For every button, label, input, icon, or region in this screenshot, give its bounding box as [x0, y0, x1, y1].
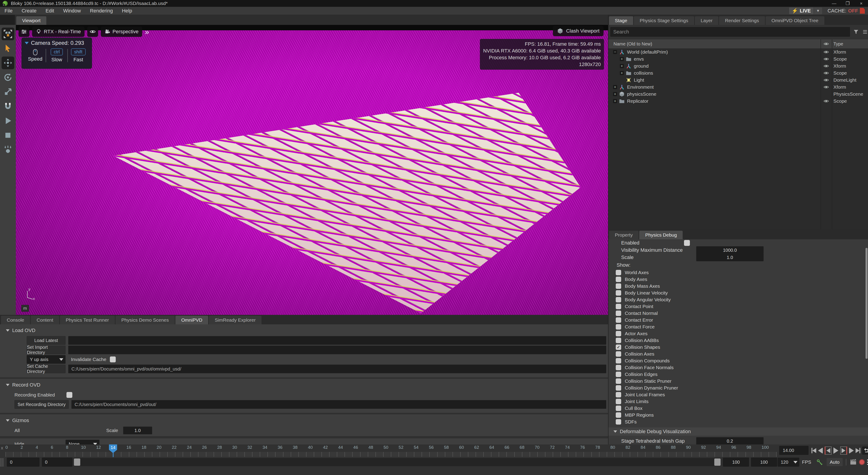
debug-option-row[interactable]: Contact Point — [616, 303, 868, 310]
set-cache-directory-button[interactable]: Set Cache Directory — [27, 365, 66, 373]
minimize-button[interactable]: — — [827, 0, 841, 7]
record-button[interactable] — [859, 459, 865, 465]
visibility-max-distance-value[interactable]: 1000.0 — [696, 246, 764, 254]
range-start-field[interactable]: 0 — [7, 457, 39, 467]
viewport-canvas[interactable]: RTX - Real-Time Perspective » Camera Spe… — [16, 25, 608, 315]
menu-item[interactable]: Create — [17, 7, 41, 15]
enabled-checkbox[interactable] — [684, 240, 690, 246]
debug-option-checkbox[interactable] — [616, 392, 621, 397]
debug-option-checkbox[interactable] — [616, 399, 621, 404]
load-ovd-header[interactable]: Load OVD — [0, 326, 608, 335]
debug-option-row[interactable]: Collision Face Normals — [616, 364, 868, 371]
previous-keyframe-button[interactable] — [825, 446, 832, 455]
debug-option-row[interactable]: Collision Shapes — [616, 344, 868, 351]
visibility-eye-icon[interactable] — [822, 49, 830, 55]
scale-tool-button[interactable] — [2, 86, 14, 98]
scrollbar-right-handle[interactable] — [714, 458, 721, 466]
tetrahedral-mesh-gap-value[interactable]: 0.2 — [696, 437, 764, 444]
load-latest-button[interactable]: Load Latest — [27, 336, 66, 345]
play-button[interactable] — [2, 115, 14, 127]
debug-option-row[interactable]: Body Axes — [616, 276, 868, 283]
debug-option-row[interactable]: MBP Regions — [616, 412, 868, 418]
toolbar-expand-chevrons-icon[interactable]: » — [145, 27, 148, 36]
menu-item[interactable]: Rendering — [86, 7, 118, 15]
debug-option-checkbox[interactable] — [616, 270, 621, 275]
stage-tree-row[interactable]: envs Scope — [609, 55, 868, 62]
debug-option-checkbox[interactable] — [616, 284, 621, 289]
expander-icon[interactable] — [613, 50, 617, 54]
menu-item[interactable]: Window — [59, 7, 85, 15]
loop-toggle-button[interactable] — [862, 446, 868, 455]
recording-enabled-checkbox[interactable] — [66, 392, 72, 398]
gizmos-all-scale-value[interactable]: 1.0 — [123, 426, 152, 434]
debug-option-row[interactable]: Joint Limits — [616, 398, 868, 405]
timeline-close-icon[interactable]: x — [1, 445, 3, 451]
debug-option-checkbox[interactable] — [616, 358, 621, 363]
clapperboard-icon[interactable] — [849, 458, 857, 466]
property-panel-tab[interactable]: Physics Debug — [639, 231, 683, 239]
visibility-eye-button[interactable] — [87, 27, 98, 37]
bottom-panel-tab[interactable]: Physics Demo Scenes — [116, 316, 175, 324]
type-column-header[interactable]: Type — [833, 41, 843, 47]
load-latest-field[interactable] — [68, 336, 606, 345]
step-back-button[interactable] — [818, 446, 823, 455]
stage-panel-tab[interactable]: Layer — [695, 16, 719, 25]
fps-dropdown[interactable]: 120 — [778, 457, 799, 467]
debug-option-checkbox[interactable] — [616, 317, 621, 323]
bottom-panel-tab[interactable]: Console — [1, 316, 30, 324]
debug-option-row[interactable]: Contact Normal — [616, 310, 868, 317]
timeline-ruler[interactable]: 0 2 4 6 8 10 12 14 16 18 20 22 — [5, 445, 777, 452]
timeline-zoom-scrollbar[interactable] — [73, 458, 721, 466]
import-directory-field[interactable] — [68, 346, 606, 354]
current-frame-field[interactable]: 14.00 — [779, 446, 809, 455]
up-axis-dropdown[interactable]: Y up axis — [27, 355, 66, 364]
debug-option-checkbox[interactable] — [616, 372, 621, 377]
search-input[interactable]: Search — [610, 27, 850, 37]
skip-to-start-button[interactable] — [811, 446, 816, 455]
stage-tree-row[interactable]: ground Xform — [609, 62, 868, 69]
debug-option-checkbox[interactable] — [616, 419, 621, 424]
debug-option-row[interactable]: Collision Compounds — [616, 357, 868, 364]
camera-selector[interactable]: Perspective — [101, 27, 142, 37]
menu-item[interactable]: Help — [117, 7, 136, 15]
debug-option-checkbox[interactable] — [616, 385, 621, 391]
step-forward-button[interactable] — [849, 446, 854, 455]
record-ovd-header[interactable]: Record OVD — [0, 381, 608, 390]
bottom-panel-tab[interactable]: SimReady Explorer — [209, 316, 261, 324]
live-dropdown-chevron-icon[interactable]: ▼ — [814, 7, 822, 14]
stage-tree-row[interactable]: Light DomeLight — [609, 77, 868, 84]
stage-panel-tab[interactable]: Physics Stage Settings — [634, 16, 694, 25]
filter-icon[interactable] — [853, 29, 859, 35]
stage-panel-tab[interactable]: Render Settings — [719, 16, 765, 25]
stage-panel-tab[interactable]: OmniPVD Object Tree — [766, 16, 825, 25]
debug-option-checkbox[interactable] — [616, 290, 621, 296]
recording-directory-field[interactable]: C:/Users/pierr/Documents/omni_pvd/out/ — [71, 400, 606, 409]
physics-drop-button[interactable] — [2, 143, 14, 156]
debug-option-row[interactable]: World Axes — [616, 269, 868, 276]
range-start-field-2[interactable]: 0 — [42, 457, 72, 467]
visibility-eye-icon[interactable] — [822, 84, 830, 90]
select-cursor-button[interactable] — [2, 42, 14, 55]
deformable-debug-header[interactable]: Deformable Debug Visualization — [609, 427, 868, 436]
stage-tree-row[interactable]: Replicator Scope — [609, 97, 868, 105]
renderer-selector[interactable]: RTX - Real-Time — [32, 27, 85, 37]
debug-option-row[interactable]: Body Mass Axes — [616, 283, 868, 290]
debug-option-row[interactable]: Collision Edges — [616, 371, 868, 378]
timeline-grip-handle[interactable] — [0, 458, 4, 467]
stage-tree-row[interactable]: Environment Xform — [609, 84, 868, 90]
render-settings-button[interactable] — [19, 27, 29, 37]
scrollbar-left-handle[interactable] — [74, 458, 80, 466]
debug-option-checkbox[interactable] — [616, 297, 621, 302]
debug-option-row[interactable]: Contact Error — [616, 317, 868, 323]
debug-option-row[interactable]: Body Angular Velocity — [616, 296, 868, 303]
visibility-eye-icon[interactable] — [822, 70, 830, 76]
visibility-eye-icon[interactable] — [822, 98, 830, 104]
expander-icon[interactable] — [613, 92, 617, 96]
name-column-header[interactable]: Name (Old to New) — [614, 41, 652, 47]
invalidate-cache-checkbox[interactable] — [110, 356, 116, 362]
next-keyframe-button[interactable] — [840, 446, 847, 455]
timeline-tick-strip[interactable] — [5, 452, 777, 457]
visibility-column-header[interactable] — [822, 41, 830, 47]
range-end-field-2[interactable]: 100 — [751, 457, 777, 467]
set-import-directory-button[interactable]: Set Import Directory — [27, 346, 66, 354]
